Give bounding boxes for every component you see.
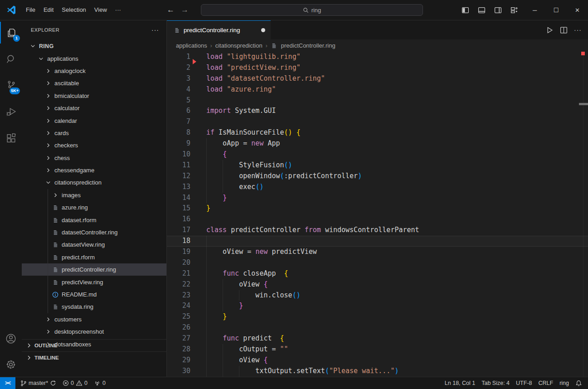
tree-item-predict-rform[interactable]: predict.rform (22, 251, 166, 263)
eol-status[interactable]: CRLF (535, 377, 557, 389)
code-text: } (206, 301, 243, 311)
line-number: 27 (167, 333, 190, 344)
breadcrumb-file[interactable]: predictController.ring (281, 42, 335, 49)
menu-file[interactable]: File (22, 4, 39, 16)
line-number: 22 (167, 279, 190, 290)
tree-item-cards[interactable]: cards (22, 127, 166, 139)
menu-edit[interactable]: Edit (39, 4, 58, 16)
tree-item-readme-md[interactable]: README.md (22, 288, 166, 301)
notifications-bell-icon[interactable] (572, 377, 585, 389)
indent-guide (206, 322, 207, 333)
tree-item-desktopscreenshot[interactable]: desktopscreenshot (22, 326, 166, 338)
breadcrumb-citationsprediction[interactable]: citationsprediction (215, 42, 262, 49)
file-icon (52, 216, 59, 224)
run-debug-icon[interactable] (0, 101, 22, 122)
window-maximize-button[interactable]: ☐ (545, 0, 567, 20)
cursor-position-status[interactable]: Ln 18, Col 1 (442, 377, 478, 389)
tree-item-analogclock[interactable]: analogclock (22, 65, 166, 77)
menu-view[interactable]: View (90, 4, 111, 16)
split-editor-icon[interactable] (560, 26, 568, 34)
toggle-primary-sidebar-icon[interactable] (459, 4, 471, 16)
tree-item-azure-ring[interactable]: azure.ring (22, 201, 166, 214)
tree-item-label: analogclock (54, 68, 86, 74)
tree-item-calendar[interactable]: calendar (22, 114, 166, 126)
file-icon (52, 253, 59, 261)
warning-count: 0 (84, 380, 87, 386)
navigate-forward-icon[interactable]: → (181, 5, 189, 15)
editor-more-actions-icon[interactable]: ··· (574, 26, 582, 34)
tree-indent-guide (48, 238, 48, 251)
tree-item-label: predictView.ring (62, 279, 103, 286)
run-file-icon[interactable] (546, 26, 554, 34)
chevron-right-icon (44, 92, 52, 99)
code-line-2: 2load "predictView.ring" (167, 63, 588, 73)
tree-item-chessendgame[interactable]: chessendgame (22, 164, 166, 176)
tree-item-predictcontroller-ring[interactable]: predictController.ring (22, 263, 166, 276)
tree-item-asciitable[interactable]: asciitable (22, 77, 166, 89)
navigate-back-icon[interactable]: ← (167, 5, 175, 15)
tree-item-customers[interactable]: customers (22, 313, 166, 326)
code-text: oView { (206, 279, 267, 290)
toggle-panel-icon[interactable] (476, 4, 487, 16)
tree-item-predictview-ring[interactable]: predictView.ring (22, 276, 166, 288)
remote-indicator[interactable]: >< (0, 377, 15, 389)
tree-item-chess[interactable]: chess (22, 152, 166, 164)
editor-group: predictController.ring ··· applications … (167, 20, 588, 377)
window-minimize-button[interactable]: ─ (524, 0, 545, 20)
file-icon (52, 241, 59, 248)
tree-item-label: azure.ring (62, 204, 88, 211)
tab-predictcontroller[interactable]: predictController.ring (167, 20, 271, 39)
source-control-badge: 5K+ (10, 88, 20, 94)
menu-overflow-button[interactable]: ··· (111, 4, 125, 16)
chevron-right-icon (44, 105, 52, 112)
ports-status[interactable]: 0 (91, 377, 109, 389)
line-number: 4 (167, 84, 190, 95)
window-close-button[interactable]: ✕ (567, 0, 588, 20)
problems-status[interactable]: 0 0 (59, 377, 91, 389)
indentation-status[interactable]: Tab Size: 4 (478, 377, 513, 389)
settings-gear-icon[interactable] (0, 354, 22, 375)
code-text: func closeApp { (206, 268, 288, 279)
tree-item-citationsprediction[interactable]: citationsprediction (22, 176, 166, 189)
tree-item-ring[interactable]: RING (22, 40, 166, 52)
account-icon[interactable] (0, 328, 22, 350)
explorer-badge: 1 (13, 35, 20, 42)
search-view-icon[interactable] (0, 48, 22, 70)
explorer-more-actions-icon[interactable]: ··· (151, 26, 159, 34)
tree-item-dataset-rform[interactable]: dataset.rform (22, 214, 166, 226)
tree-item-images[interactable]: images (22, 189, 166, 201)
code-editor[interactable]: 1load "lightguilib.ring"2load "predictVi… (167, 52, 588, 377)
remote-icon: >< (5, 380, 10, 386)
tree-item-bmicalculator[interactable]: bmicalculator (22, 90, 166, 102)
tree-item-sysdata-ring[interactable]: sysdata.ring (22, 301, 166, 313)
code-line-13: 13 exec() (167, 182, 588, 193)
code-line-4: 4load "azure.ring" (167, 84, 588, 95)
timeline-section-header[interactable]: TIMELINE (22, 351, 166, 364)
tab-label: predictController.ring (184, 27, 240, 34)
git-branch-status[interactable]: master* (17, 377, 59, 389)
ports-count: 0 (102, 380, 106, 386)
tree-item-applications[interactable]: applications (22, 52, 166, 64)
tree-item-datasetview-ring[interactable]: datasetView.ring (22, 238, 166, 251)
toggle-secondary-sidebar-icon[interactable] (492, 4, 504, 16)
tree-item-label: datasetController.ring (62, 229, 118, 236)
code-line-26: 26 (167, 322, 588, 333)
extensions-icon[interactable] (0, 127, 22, 149)
menu-selection[interactable]: Selection (58, 4, 90, 16)
tree-indent-guide (48, 288, 48, 301)
tree-item-checkers[interactable]: checkers (22, 139, 166, 151)
source-control-icon[interactable]: 5K+ (0, 74, 22, 96)
breadcrumb-applications[interactable]: applications (176, 42, 207, 49)
customize-layout-icon[interactable] (508, 4, 520, 16)
language-mode-status[interactable]: ring (556, 377, 572, 389)
outline-section-header[interactable]: OUTLINE (22, 339, 166, 351)
tree-item-datasetcontroller-ring[interactable]: datasetController.ring (22, 226, 166, 238)
tab-modified-dot[interactable] (261, 28, 265, 32)
explorer-icon[interactable]: 1 (0, 22, 22, 44)
command-center-search[interactable]: ring (201, 4, 423, 16)
encoding-status[interactable]: UTF-8 (513, 377, 535, 389)
tree-item-label: desktopscreenshot (54, 328, 104, 335)
code-text: load "lightguilib.ring" (206, 52, 301, 63)
line-number: 15 (167, 203, 190, 214)
tree-item-calculator[interactable]: calculator (22, 102, 166, 114)
